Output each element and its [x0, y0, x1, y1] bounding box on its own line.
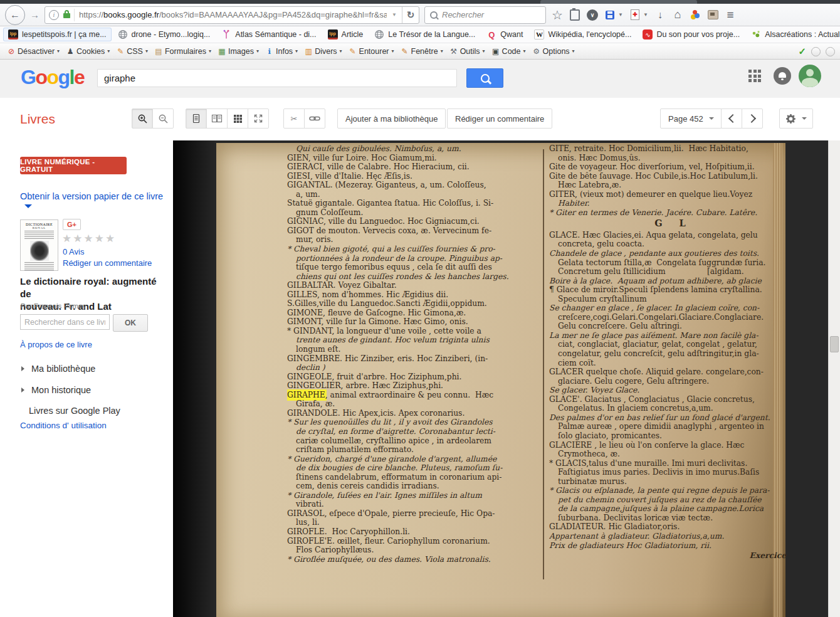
- bookmark-item[interactable]: lpplespetitspois.fr | ça me...: [4, 28, 111, 41]
- book-text-line: trente aunes de gindant. Hoc velum trigi…: [287, 335, 540, 345]
- account-avatar[interactable]: [799, 65, 821, 87]
- thumbnail-grid-view-button[interactable]: [227, 108, 248, 129]
- devbar-menu-entourer[interactable]: ✎Entourer▾: [345, 47, 397, 56]
- sidebar-item-my-library[interactable]: Ma bibliothèque: [21, 364, 95, 374]
- apps-grid-icon[interactable]: [748, 70, 761, 82]
- browser-search-field[interactable]: Rechercher: [424, 6, 546, 24]
- bookmark-item[interactable]: Le Trésor de la Langue...: [370, 28, 480, 41]
- chevron-down-icon: ▾: [392, 48, 394, 54]
- google-search-button[interactable]: [466, 68, 503, 88]
- bookmark-star-icon[interactable]: ☆: [551, 8, 564, 23]
- book-cover-thumbnail[interactable]: DICTIONAIRE ROYAL: [20, 219, 58, 271]
- next-page-button[interactable]: [742, 108, 763, 129]
- adblock-icon[interactable]: [629, 9, 641, 20]
- scrollbar-thumb[interactable]: [830, 336, 839, 352]
- book-text-line: tiſque tergo femoribus equus , cela ſe d…: [287, 263, 540, 272]
- book-text-line: GLADIATEUR. Hic Gladiator,oris.: [549, 522, 791, 532]
- book-text-line: GINGEOLE, fruit d'arbre. Hoc Ziziphum,ph…: [287, 372, 540, 382]
- devbar-menu-desactiver[interactable]: ⊘Désactiver▾: [4, 47, 63, 56]
- back-button[interactable]: ←: [5, 5, 25, 25]
- url-bar[interactable]: i https://books.google.fr/books?id=BAAMA…: [45, 6, 419, 24]
- browser-navbar: ← → i https://books.google.fr/books?id=B…: [0, 4, 840, 26]
- adblock-dropdown-caret[interactable]: ▼: [643, 12, 649, 18]
- devbar-menu-formulaires[interactable]: ▤Formulaires▾: [151, 47, 214, 56]
- book-text-line: Boire à la glace. Aquam ad potum adhiber…: [549, 277, 791, 286]
- bookmark-item[interactable]: Atlas Sémantique - di...: [217, 28, 320, 41]
- url-dropdown-caret[interactable]: ▼: [387, 12, 402, 18]
- books-toolbar: Livres ✂: [0, 98, 840, 141]
- devbar-menu-cookies[interactable]: ♟Cookies▾: [63, 47, 113, 56]
- content-scrollbar[interactable]: [828, 140, 840, 617]
- about-book-link[interactable]: À propos de ce livre: [20, 340, 92, 349]
- images-icon: ▦: [218, 47, 226, 56]
- clip-scissors-button[interactable]: ✂: [283, 108, 305, 129]
- home-icon[interactable]: ⌂: [671, 8, 684, 21]
- save-page-icon[interactable]: [604, 11, 616, 19]
- downloads-icon[interactable]: ↓: [654, 9, 666, 21]
- books-brand[interactable]: Livres: [20, 112, 55, 127]
- devbar-menu-infos[interactable]: ℹInfos▾: [262, 47, 301, 56]
- devbar-menu-divers[interactable]: ▥Divers▾: [301, 47, 345, 56]
- get-print-version-link[interactable]: Obtenir la version papier de ce livre: [20, 191, 173, 212]
- https-lock-icon[interactable]: [63, 13, 70, 18]
- globe-favicon: [374, 29, 384, 40]
- page-info-icon[interactable]: i: [49, 10, 59, 20]
- write-review-link[interactable]: Rédiger un commentaire: [63, 258, 152, 268]
- cover-ornament: [30, 241, 49, 261]
- reviews-count-link[interactable]: 0 Avis: [63, 247, 84, 256]
- scanned-page[interactable]: Qui cauſe des giboulées. Nimboſus, a, um…: [216, 143, 785, 617]
- bookmark-item[interactable]: lppArticle: [323, 28, 368, 41]
- google-search-input[interactable]: [97, 69, 457, 87]
- fullscreen-button[interactable]: [248, 108, 269, 129]
- sidebar-item-my-history[interactable]: Mon historique: [21, 385, 91, 395]
- pocket-icon[interactable]: [586, 9, 599, 21]
- search-ok-button[interactable]: OK: [113, 314, 148, 332]
- search-icon: [481, 74, 490, 83]
- page-column-right: GITE, retraite. Hoc Domicilium,lii. Hæc …: [549, 144, 791, 616]
- notifications-bell[interactable]: [774, 67, 791, 85]
- zoom-in-button[interactable]: [132, 108, 153, 129]
- bookmark-item[interactable]: ∿Du son pour vos proje...: [638, 28, 744, 41]
- devbar-menu-label: Formulaires: [165, 47, 206, 56]
- chevron-down-icon: ▾: [57, 48, 60, 54]
- devbar-menu-options[interactable]: ⚙Options▾: [529, 47, 578, 56]
- page-number-dropdown[interactable]: Page 452: [660, 108, 722, 129]
- link-button[interactable]: [304, 108, 325, 129]
- book-text-line: criſtam plumatilem efformato.: [287, 445, 540, 455]
- extension-box-icon[interactable]: [706, 10, 719, 19]
- free-ebook-button[interactable]: LIVRE NUMÉRIQUE - GRATUIT: [20, 157, 127, 174]
- two-page-view-button[interactable]: [206, 108, 228, 129]
- bookmark-item[interactable]: drone - Etymo...logiq...: [113, 28, 215, 41]
- terms-of-use-link[interactable]: Conditions d' utilisation: [20, 421, 107, 430]
- save-page-dropdown-caret[interactable]: ▼: [617, 12, 624, 18]
- rating-stars[interactable]: ★★★★★: [62, 232, 116, 245]
- reload-button[interactable]: ↻: [402, 7, 419, 23]
- devbar-menu-images[interactable]: ▦Images▾: [214, 47, 262, 56]
- book-text-line: GLACER quelque choſe. Aliquid gelare. co…: [549, 367, 791, 377]
- zoom-out-button[interactable]: [152, 108, 174, 129]
- single-page-view-button[interactable]: [186, 108, 207, 129]
- bookmark-item[interactable]: Alsacréations : Actuali...: [747, 28, 840, 41]
- book-text-line: GIROFLE. Hoc Caryophillon.li.: [287, 527, 540, 537]
- add-to-library-button[interactable]: Ajouter à ma bibliothèque: [337, 108, 446, 129]
- sidebar-item-google-play-books[interactable]: Livres sur Google Play: [29, 406, 120, 416]
- devbar-menu-code[interactable]: ▣Code▾: [488, 47, 529, 56]
- bookmarks-panel-icon[interactable]: [569, 9, 581, 21]
- bookmark-item[interactable]: QQwant: [482, 28, 527, 41]
- write-review-button[interactable]: Rédiger un commentaire: [447, 108, 552, 129]
- url-text[interactable]: https://books.google.fr/books?id=BAAMAAA…: [79, 10, 387, 19]
- extension-colorful-icon[interactable]: [689, 9, 701, 21]
- menu-icon[interactable]: ≡: [724, 8, 737, 22]
- google-logo[interactable]: Google: [21, 66, 84, 89]
- devbar-menu-outils[interactable]: ⚒Outils▾: [446, 47, 488, 56]
- google-plus-button[interactable]: G+: [63, 219, 81, 230]
- devbar-menu-css[interactable]: ✎CSS▾: [113, 47, 151, 56]
- book-text-line: onis. Hæc Domus,ûs.: [549, 154, 791, 163]
- book-text-line: * Gueridon, chargé d'une girandole d'arg…: [287, 455, 540, 464]
- forward-button[interactable]: →: [30, 9, 39, 20]
- previous-page-button[interactable]: [721, 108, 742, 129]
- settings-button[interactable]: [779, 108, 813, 129]
- bookmark-item[interactable]: WWikipédia, l'encyclopé...: [530, 28, 636, 41]
- devbar-menu-fenetre[interactable]: ✎Fenêtre▾: [397, 47, 446, 56]
- search-in-book-input[interactable]: [20, 314, 110, 330]
